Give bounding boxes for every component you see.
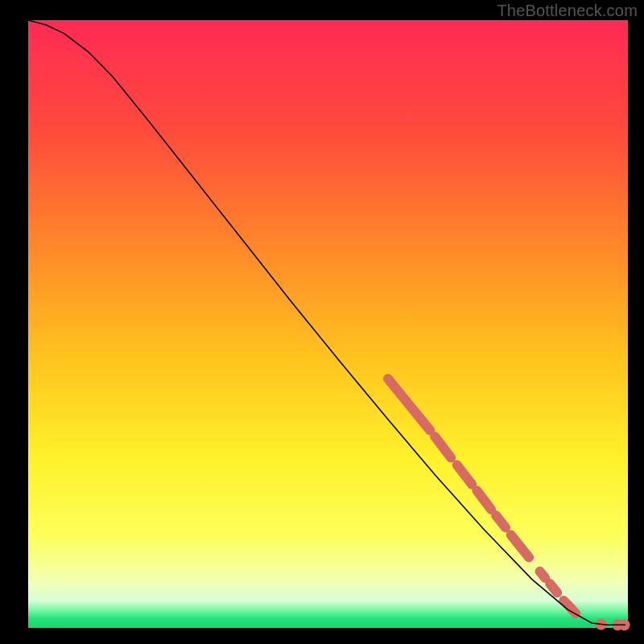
watermark-text: TheBottleneck.com <box>497 2 638 20</box>
highlight-segment <box>540 572 546 578</box>
plot-background <box>28 20 628 628</box>
chart-stage: TheBottleneck.com <box>0 0 644 644</box>
chart-svg <box>0 0 644 644</box>
highlight-segment <box>550 584 557 592</box>
